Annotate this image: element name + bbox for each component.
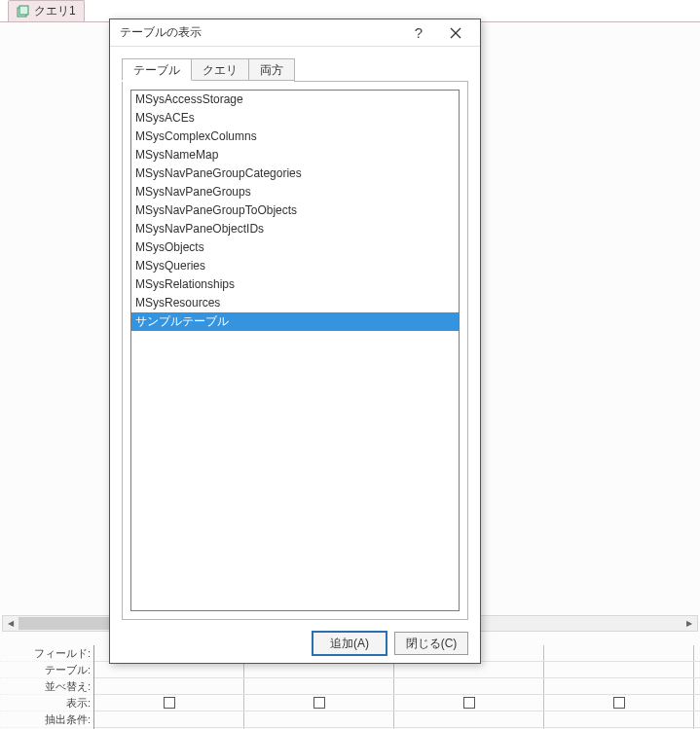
criteria-cell[interactable] bbox=[394, 711, 544, 727]
list-item[interactable]: MSysObjects bbox=[131, 238, 459, 257]
show-checkbox[interactable] bbox=[164, 697, 175, 709]
list-item[interactable]: MSysNavPaneGroupToObjects bbox=[131, 201, 459, 220]
scroll-left-icon[interactable]: ◀ bbox=[3, 616, 18, 631]
close-button[interactable] bbox=[437, 20, 474, 46]
list-item[interactable]: MSysNavPaneObjectIDs bbox=[131, 220, 459, 238]
sort-cell[interactable] bbox=[244, 678, 394, 694]
list-item[interactable]: MSysNavPaneGroups bbox=[131, 183, 459, 201]
table-cell[interactable] bbox=[244, 662, 394, 677]
list-item[interactable]: MSysNavPaneGroupCategories bbox=[131, 164, 459, 183]
criteria-cell[interactable] bbox=[544, 711, 694, 727]
table-cell[interactable] bbox=[94, 662, 244, 677]
dialog-titlebar[interactable]: テーブルの表示 ? bbox=[110, 19, 480, 47]
criteria-cell[interactable] bbox=[244, 711, 394, 727]
show-checkbox[interactable] bbox=[313, 697, 325, 709]
close-icon bbox=[450, 27, 461, 39]
label-show: 表示: bbox=[0, 695, 93, 711]
list-item[interactable]: MSysComplexColumns bbox=[131, 128, 459, 146]
show-cell[interactable] bbox=[394, 695, 544, 711]
document-tab-label: クエリ1 bbox=[34, 3, 76, 19]
list-item[interactable]: MSysNameMap bbox=[131, 146, 459, 164]
show-cell[interactable] bbox=[244, 695, 394, 711]
grid-row-labels: フィールド: テーブル: 並べ替え: 表示: 抽出条件: または: bbox=[0, 645, 94, 729]
dialog-tab[interactable]: 両方 bbox=[248, 58, 295, 81]
dialog-list-wrap: MSysAccessStorageMSysACEsMSysComplexColu… bbox=[122, 82, 468, 620]
dialog-body: テーブルクエリ両方 MSysAccessStorageMSysACEsMSysC… bbox=[110, 47, 480, 624]
dialog-tabs: テーブルクエリ両方 bbox=[122, 58, 468, 82]
table-list[interactable]: MSysAccessStorageMSysACEsMSysComplexColu… bbox=[130, 90, 460, 611]
table-cell[interactable] bbox=[544, 662, 694, 677]
label-sort: 並べ替え: bbox=[0, 678, 93, 695]
list-item[interactable]: MSysAccessStorage bbox=[131, 91, 459, 109]
label-criteria: 抽出条件: bbox=[0, 711, 93, 728]
sort-cell[interactable] bbox=[94, 678, 244, 694]
dialog-tab[interactable]: クエリ bbox=[191, 58, 249, 81]
dialog-tab-filler bbox=[294, 58, 468, 82]
show-checkbox[interactable] bbox=[613, 697, 625, 709]
list-item[interactable]: MSysACEs bbox=[131, 109, 459, 128]
dialog-title: テーブルの表示 bbox=[120, 24, 400, 41]
query-icon bbox=[17, 5, 30, 18]
close-dialog-button[interactable]: 閉じる(C) bbox=[394, 632, 468, 655]
help-button[interactable]: ? bbox=[400, 20, 437, 46]
list-item[interactable]: MSysQueries bbox=[131, 257, 459, 275]
table-cell[interactable] bbox=[394, 662, 544, 677]
scroll-right-icon[interactable]: ▶ bbox=[682, 616, 697, 631]
dialog-footer: 追加(A) 閉じる(C) bbox=[110, 624, 480, 663]
show-checkbox[interactable] bbox=[463, 697, 475, 709]
show-table-dialog: テーブルの表示 ? テーブルクエリ両方 MSysAccessStorageMSy… bbox=[109, 18, 481, 664]
dialog-tab[interactable]: テーブル bbox=[122, 58, 192, 81]
label-field: フィールド: bbox=[0, 645, 93, 662]
sort-cell[interactable] bbox=[544, 678, 694, 694]
add-button[interactable]: 追加(A) bbox=[313, 632, 387, 655]
show-cell[interactable] bbox=[544, 695, 694, 711]
svg-rect-1 bbox=[19, 6, 28, 15]
document-tab[interactable]: クエリ1 bbox=[8, 0, 85, 21]
list-item[interactable]: MSysRelationships bbox=[131, 275, 459, 294]
sort-cell[interactable] bbox=[394, 678, 544, 694]
list-item[interactable]: サンプルテーブル bbox=[131, 312, 459, 331]
field-cell[interactable] bbox=[544, 645, 694, 661]
label-table: テーブル: bbox=[0, 662, 93, 678]
show-cell[interactable] bbox=[94, 695, 244, 711]
criteria-cell[interactable] bbox=[94, 711, 244, 727]
list-item[interactable]: MSysResources bbox=[131, 294, 459, 312]
